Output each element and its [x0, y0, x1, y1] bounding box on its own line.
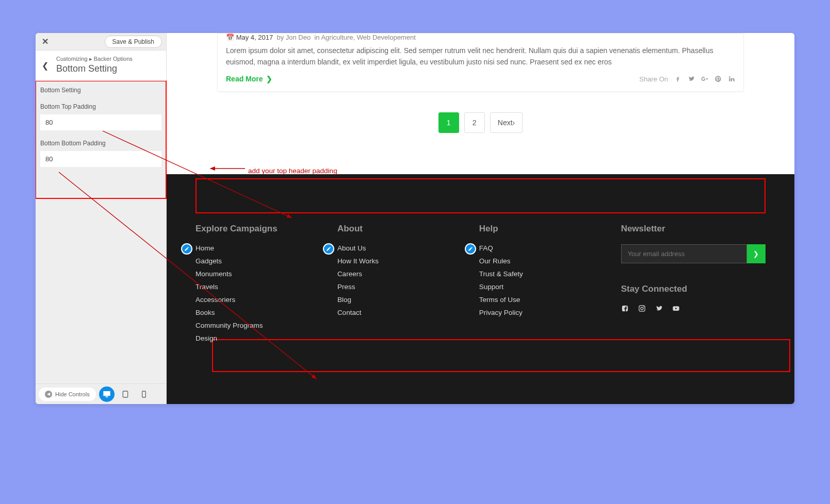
footer-link[interactable]: Books — [196, 309, 327, 316]
section-header: ❮ Customizing ▸ Backer Options Bottom Se… — [36, 51, 166, 81]
annotation-box-top — [196, 178, 766, 213]
footer-list-explore: Home Gadgets Monuments Travels Accessori… — [196, 244, 327, 342]
footer-link[interactable]: Blog — [337, 296, 469, 304]
mobile-icon — [140, 390, 148, 398]
svg-rect-0 — [123, 391, 127, 397]
post-category-2[interactable]: Web Developement — [357, 33, 416, 41]
breadcrumb: Customizing ▸ Backer Options — [56, 56, 160, 62]
edit-icon[interactable] — [181, 243, 192, 255]
device-tablet-button[interactable] — [118, 387, 133, 402]
back-chevron-icon[interactable]: ❮ — [42, 61, 48, 71]
newsletter-submit-button[interactable]: ❯ — [747, 244, 766, 263]
device-mobile-button[interactable] — [136, 387, 152, 402]
footer-heading-help: Help — [479, 224, 611, 234]
bottom-top-padding-input[interactable] — [40, 114, 161, 130]
footer-link[interactable]: Accessoriers — [196, 296, 327, 304]
footer-link-home[interactable]: Home — [196, 244, 327, 252]
linkedin-icon[interactable] — [728, 75, 735, 82]
annotation-box-bottom — [212, 339, 790, 372]
card-footer: Read More❯ Share On — [226, 75, 735, 83]
blog-area: 📅 May 4, 2017 by Jon Deo in Agriculture,… — [167, 33, 794, 174]
save-publish-button[interactable]: Save & Publish — [105, 36, 162, 48]
footer-list-about: About Us How It Works Careers Press Blog… — [337, 244, 469, 316]
sidebar-topbar: ✕ Save & Publish — [36, 33, 166, 51]
facebook-icon[interactable] — [621, 305, 629, 312]
post-meta: 📅 May 4, 2017 by Jon Deo in Agriculture,… — [226, 33, 735, 45]
chevron-right-icon: ❯ — [266, 75, 272, 83]
read-more-link[interactable]: Read More❯ — [226, 75, 272, 83]
site-footer: Explore Campaigns Home Gadgets Monuments… — [167, 174, 794, 404]
twitter-icon[interactable] — [688, 75, 695, 82]
desktop-icon — [103, 390, 111, 398]
footer-link[interactable]: Community Programs — [196, 322, 327, 329]
footer-heading-about: About — [337, 224, 469, 234]
tablet-icon — [121, 390, 129, 398]
instagram-icon[interactable] — [638, 305, 646, 312]
pagination: 1 2 Next › — [217, 112, 744, 133]
calendar-icon: 📅 — [226, 33, 234, 41]
social-row — [621, 305, 766, 312]
read-more-label: Read More — [226, 75, 263, 83]
pinterest-icon[interactable] — [714, 75, 722, 82]
newsletter-email-input[interactable] — [621, 244, 747, 263]
footer-col-help: Help FAQ Our Rules Trust & Safety Suppor… — [479, 224, 611, 347]
next-label: Next — [498, 119, 513, 127]
footer-link[interactable]: Gadgets — [196, 257, 327, 265]
section-title: Bottom Setting — [56, 63, 160, 74]
newsletter-row: ❯ — [621, 244, 766, 263]
footer-link-aboutus[interactable]: About Us — [337, 244, 469, 252]
footer-heading-stay: Stay Connected — [621, 284, 766, 294]
svg-point-4 — [643, 307, 644, 308]
footer-link[interactable]: Privacy Policy — [479, 309, 611, 316]
hide-controls-label: Hide Controls — [55, 391, 90, 397]
chevron-right-icon: ❯ — [753, 250, 759, 258]
post-category-1[interactable]: Agriculture — [321, 33, 353, 41]
footer-link[interactable]: Contact — [337, 309, 469, 316]
page-next-button[interactable]: Next › — [490, 112, 523, 133]
footer-link[interactable]: Support — [479, 283, 611, 291]
field-label-bottom-padding: Bottom Bottom Padding — [40, 140, 161, 147]
footer-link-faq[interactable]: FAQ — [479, 244, 611, 252]
customizer-sidebar: ✕ Save & Publish ❮ Customizing ▸ Backer … — [36, 33, 167, 404]
footer-link[interactable]: Careers — [337, 270, 469, 278]
googleplus-icon[interactable] — [701, 75, 708, 82]
footer-col-about: About About Us How It Works Careers Pres… — [337, 224, 469, 347]
footer-col-explore: Explore Campaigns Home Gadgets Monuments… — [196, 224, 327, 347]
footer-link[interactable]: Press — [337, 283, 469, 291]
post-date: May 4, 2017 — [236, 33, 273, 41]
app-window: ✕ Save & Publish ❮ Customizing ▸ Backer … — [36, 33, 794, 404]
edit-icon[interactable] — [323, 243, 334, 255]
edit-icon[interactable] — [465, 243, 476, 255]
collapse-icon: ◀ — [45, 391, 52, 398]
panel-heading: Bottom Setting — [40, 87, 161, 94]
footer-link[interactable]: How It Works — [337, 257, 469, 265]
twitter-icon[interactable] — [655, 305, 663, 312]
share-on-label: Share On — [639, 75, 668, 83]
sidebar-spacer — [36, 199, 166, 383]
facebook-icon[interactable] — [674, 75, 681, 82]
post-author[interactable]: Jon Deo — [286, 33, 311, 41]
hide-controls-button[interactable]: ◀ Hide Controls — [39, 388, 96, 401]
footer-link[interactable]: Our Rules — [479, 257, 611, 265]
footer-link[interactable]: Travels — [196, 283, 327, 291]
share-bar: Share On — [639, 75, 735, 83]
footer-link[interactable]: Trust & Safety — [479, 270, 611, 278]
sidebar-footer: ◀ Hide Controls — [36, 383, 166, 404]
in-label: in — [314, 33, 319, 41]
footer-heading-newsletter: Newsletter — [621, 224, 766, 234]
post-card: 📅 May 4, 2017 by Jon Deo in Agriculture,… — [217, 33, 744, 92]
youtube-icon[interactable] — [672, 305, 680, 312]
by-label: by — [276, 33, 284, 41]
page-2-button[interactable]: 2 — [464, 112, 485, 133]
footer-link[interactable]: Design — [196, 334, 327, 342]
footer-link[interactable]: Monuments — [196, 270, 327, 278]
bottom-bottom-padding-input[interactable] — [40, 151, 161, 167]
footer-link[interactable]: Terms of Use — [479, 296, 611, 304]
footer-list-help: FAQ Our Rules Trust & Safety Support Ter… — [479, 244, 611, 316]
post-excerpt: Lorem ipsum dolor sit amet, consectetur … — [226, 45, 735, 68]
close-icon[interactable]: ✕ — [40, 37, 51, 46]
page-1-button[interactable]: 1 — [438, 112, 459, 133]
device-desktop-button[interactable] — [99, 387, 115, 402]
field-label-top-padding: Bottom Top Padding — [40, 103, 161, 110]
bottom-setting-panel: Bottom Setting Bottom Top Padding Bottom… — [36, 80, 167, 199]
